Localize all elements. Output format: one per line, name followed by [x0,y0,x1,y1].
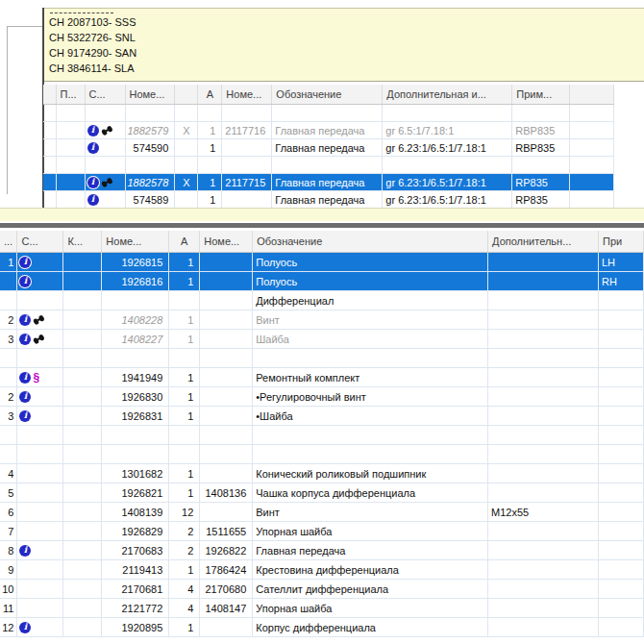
table-row[interactable]: 2i14082281Винт [0,310,644,330]
cell-desc: Главная передача [272,174,383,191]
cell-pos [0,272,17,291]
table-row[interactable]: 7192682921511655Упорная шайба [0,522,644,541]
binoculars-icon[interactable] [33,313,45,326]
info-icon[interactable]: i [19,314,31,326]
column-header-qty[interactable]: А [198,85,222,105]
cell-note [599,445,644,464]
cell-k [63,253,102,272]
info-icon[interactable]: i [19,545,31,557]
info-icon[interactable]: i [19,391,31,403]
cell-k [63,368,102,387]
column-header-note[interactable]: Прим... [512,85,570,105]
column-header-k[interactable]: К... [63,231,102,253]
cell-note [599,426,644,445]
table-row[interactable]: 1i19268151ПолуосьLH [0,253,644,272]
binoculars-icon[interactable] [101,124,113,136]
cell-selector [43,191,56,209]
info-icon[interactable]: i [19,334,31,345]
cell-qty: 1 [169,310,200,330]
info-icon[interactable]: i [87,194,99,206]
cell-extra [488,407,599,426]
table-row[interactable]: 11212177241408147Упорная шайба [0,599,644,618]
column-header-icons[interactable]: С... [85,85,125,105]
table-row[interactable]: i19268161ПолуосьRH [0,272,644,291]
info-icon[interactable]: i [19,410,31,422]
column-header-filler[interactable] [570,85,614,105]
cell-note [599,560,644,580]
cell-number2: 2117715 [222,174,272,191]
table-row[interactable] [0,426,644,445]
info-icon[interactable]: i [87,177,99,188]
table-row[interactable]: 2i19268301•Регулировочный винт [0,387,644,407]
table-row[interactable] [43,157,614,174]
cell-number [102,426,169,445]
cell-note [599,522,644,541]
cell-desc: Упорная шайба [253,522,488,541]
column-header-x[interactable] [175,85,198,105]
cell-selector [43,157,56,174]
table-row[interactable]: i5745901Главная передачаgr 6.23:1/6.5:1/… [43,139,614,157]
cell-desc: Сателлит дифференциала [253,580,488,599]
table-row[interactable]: 8i217068321926822Главная передача [0,541,644,560]
cell-selector [43,174,56,191]
column-header-desc[interactable]: Обозначение [253,231,488,253]
table-row[interactable] [0,349,644,368]
info-icon[interactable]: i [19,257,31,268]
table-row[interactable]: i§19419491Ремонтный комплект [0,368,644,387]
table-row[interactable]: 9211941311786424Крестовина дифференциала [0,560,644,580]
cell-note: RH [599,272,644,291]
info-icon[interactable]: i [87,142,99,154]
panel-separator[interactable] [0,223,644,228]
table-row[interactable]: 6140813912ВинтM12x55 [0,503,644,522]
info-icon[interactable]: i [19,372,31,384]
table-row[interactable]: 3i14082271Шайба [0,330,644,349]
table-row[interactable]: 10217068142170680Сателлит дифференциала [0,580,644,599]
cell-k [63,599,102,618]
cell-number2: 2117716 [222,122,272,139]
column-header-selector[interactable] [43,85,56,105]
table-row[interactable]: 3i19268311•Шайба [0,407,644,426]
column-header-extra[interactable]: Дополнительная и... [383,85,512,105]
cell-x [175,157,198,174]
table-row[interactable] [0,445,644,464]
cell-pos: 5 [0,483,17,503]
column-header-number2[interactable]: Номе... [200,231,253,253]
info-icon[interactable]: i [19,622,31,633]
binoculars-icon[interactable] [101,176,113,188]
cell-number2 [200,387,253,407]
binoculars-icon[interactable] [33,333,45,345]
cell-extra [488,541,599,560]
table-row[interactable]: Дифференциал [0,291,644,310]
table-row[interactable]: 12i19208951Корпус дифференциала [0,618,644,637]
cell-k [63,618,102,637]
cell-icons [17,464,63,483]
column-header-number[interactable]: Номе... [102,231,169,253]
table-row[interactable]: 413016821Конический роликовый подшипник [0,464,644,483]
column-header-number[interactable]: Номе... [125,85,175,105]
table-row[interactable] [43,105,614,122]
cell-k [63,330,102,349]
section-icon[interactable]: § [33,372,39,384]
info-icon[interactable]: i [87,125,99,136]
cell-pos: 9 [0,560,17,580]
table-row[interactable]: i1882578X12117715Главная передачаgr 6.23… [43,174,614,191]
cell-pos: 2 [0,387,17,407]
column-header-pos[interactable]: ... [0,231,17,253]
cell-icons [17,349,63,368]
cell-k [63,483,102,503]
column-header-number2[interactable]: Номе... [222,85,272,105]
column-header-desc[interactable]: Обозначение [272,85,383,105]
chassis-note-box: CH 2087103- SSSCH 5322726- SNLCH 9174290… [44,8,644,82]
info-icon[interactable]: i [19,276,31,287]
table-row[interactable]: i1882579X12117716Главная передачаgr 6.5:… [43,122,614,139]
table-row[interactable]: 5192682111408136Чашка корпуса дифференци… [0,483,644,503]
cell-pos: 12 [0,618,17,637]
cell-x [175,191,198,209]
table-row[interactable]: i5745891Главная передачаgr 6.23:1/6.5:1/… [43,191,614,209]
column-header-extra[interactable]: Дополнительн... [488,231,599,253]
column-header-qty[interactable]: А [169,231,200,253]
column-header-note[interactable]: При [599,231,644,253]
column-header-icons[interactable]: С... [17,231,63,253]
cell-extra: gr 6.23:1/6.5:1/7.18:1 [383,139,512,157]
column-header-pos[interactable]: П... [56,85,85,105]
